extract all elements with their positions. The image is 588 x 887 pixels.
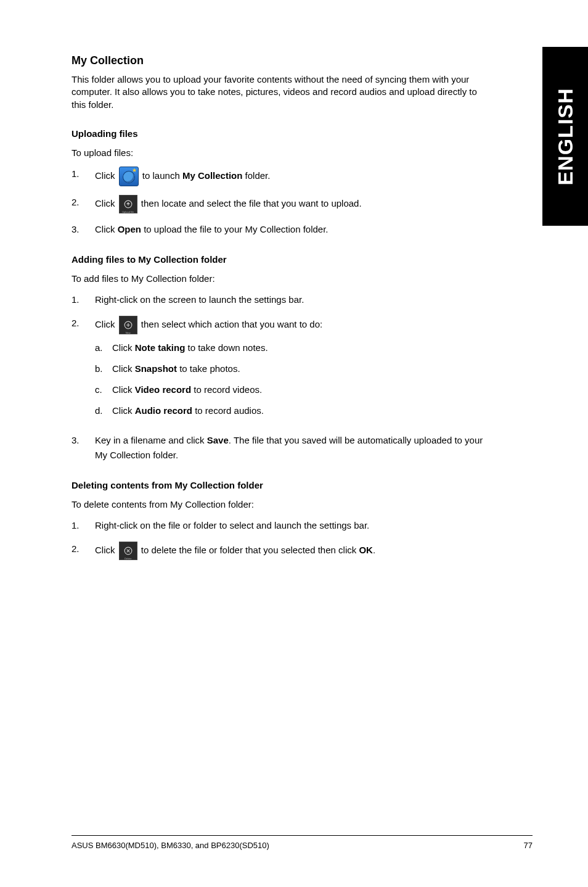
text: then select which action that you want t… — [141, 319, 322, 329]
sub-letter: c. — [95, 382, 112, 397]
page-number: 77 — [524, 841, 533, 850]
language-tab-text: ENGLISH — [553, 88, 578, 185]
text: to launch — [142, 170, 182, 181]
step-body: Click Upload file then locate and select… — [95, 195, 491, 213]
step-number: 3. — [71, 433, 95, 448]
text: to take photos. — [177, 363, 240, 374]
uploading-heading: Uploading files — [71, 128, 491, 139]
step-number: 1. — [71, 167, 95, 181]
step-body: Right-click on the file or folder to sel… — [95, 518, 491, 533]
adding-heading: Adding files to My Collection folder — [71, 254, 491, 265]
sub-step: a.Click Note taking to take down notes. — [95, 340, 491, 355]
sub-letter: a. — [95, 340, 112, 355]
uploading-steps: 1. Click to launch My Collection folder.… — [71, 167, 491, 237]
delete-icon: Delete — [119, 542, 137, 560]
sub-body: Click Note taking to take down notes. — [112, 340, 268, 355]
text: to delete the file or folder that you se… — [141, 545, 359, 555]
text: Key in a filename and click — [95, 435, 207, 445]
language-tab: ENGLISH — [542, 47, 588, 226]
adding-steps: 1. Right-click on the screen to launch t… — [71, 292, 491, 463]
bold-text: Open — [118, 224, 141, 234]
upload-file-icon: Upload file — [119, 195, 137, 213]
sub-body: Click Audio record to record audios. — [112, 403, 264, 418]
bold-text: Note taking — [135, 342, 186, 353]
step-number: 2. — [71, 195, 95, 210]
step-number: 2. — [71, 316, 95, 331]
text: Click — [112, 363, 135, 374]
step: 1. Right-click on the file or folder to … — [71, 518, 491, 533]
text: to upload the file to your My Collection… — [141, 224, 329, 234]
text: Click — [95, 319, 118, 329]
step-body: Click Open to upload the file to your My… — [95, 222, 491, 237]
step: 2. Click Upload file then locate and sel… — [71, 195, 491, 213]
text: Click — [112, 384, 135, 395]
sub-step: c.Click Video record to record videos. — [95, 382, 491, 397]
text: to record audios. — [192, 405, 264, 416]
text: to record videos. — [191, 384, 262, 395]
text: Click — [112, 342, 135, 353]
bold-text: Video record — [135, 384, 191, 395]
icon-label: New — [120, 332, 137, 334]
icon-label: Upload file — [120, 211, 137, 213]
adding-lead: To add files to My Collection folder: — [71, 273, 491, 284]
intro-paragraph: This folder allows you to upload your fa… — [71, 73, 491, 111]
bold-text: My Collection — [182, 170, 243, 181]
deleting-heading: Deleting contents from My Collection fol… — [71, 480, 491, 490]
sub-body: Click Video record to record videos. — [112, 382, 262, 397]
deleting-lead: To delete contents from My Collection fo… — [71, 499, 491, 510]
page-footer: ASUS BM6630(MD510), BM6330, and BP6230(S… — [71, 835, 533, 850]
text: then locate and select the file that you… — [141, 198, 362, 208]
bold-text: Audio record — [135, 405, 192, 416]
my-collection-icon — [119, 167, 139, 186]
step-body: Click New then select which action that … — [95, 316, 491, 424]
icon-label: Delete — [120, 558, 137, 560]
footer-left: ASUS BM6630(MD510), BM6330, and BP6230(S… — [71, 841, 269, 850]
step-body: Right-click on the screen to launch the … — [95, 292, 491, 307]
uploading-lead: To upload files: — [71, 147, 491, 158]
text: Click — [95, 170, 118, 181]
text: Click — [112, 405, 135, 416]
step-number: 3. — [71, 222, 95, 237]
text: to take down notes. — [185, 342, 267, 353]
sub-letter: d. — [95, 403, 112, 418]
sub-steps: a.Click Note taking to take down notes. … — [95, 340, 491, 418]
sub-letter: b. — [95, 361, 112, 376]
sub-step: d.Click Audio record to record audios. — [95, 403, 491, 418]
page-content: My Collection This folder allows you to … — [71, 54, 491, 577]
bold-text: Snapshot — [135, 363, 177, 374]
step-body: Click to launch My Collection folder. — [95, 167, 491, 186]
step-number: 1. — [71, 518, 95, 533]
bold-text: OK — [359, 545, 373, 555]
step-body: Click Delete to delete the file or folde… — [95, 542, 491, 560]
step: 2. Click Delete to delete the file or fo… — [71, 542, 491, 560]
text: Click — [95, 224, 118, 234]
deleting-steps: 1. Right-click on the file or folder to … — [71, 518, 491, 560]
text: Click — [95, 545, 118, 555]
step: 1. Click to launch My Collection folder. — [71, 167, 491, 186]
step: 3. Key in a filename and click Save. The… — [71, 433, 491, 463]
step-number: 2. — [71, 542, 95, 556]
step-number: 1. — [71, 292, 95, 307]
bold-text: Save — [207, 435, 229, 445]
section-title: My Collection — [71, 54, 491, 67]
new-icon: New — [119, 316, 137, 334]
text: . — [373, 545, 375, 555]
sub-body: Click Snapshot to take photos. — [112, 361, 240, 376]
step: 3. Click Open to upload the file to your… — [71, 222, 491, 237]
text: folder. — [242, 170, 270, 181]
sub-step: b.Click Snapshot to take photos. — [95, 361, 491, 376]
step: 2. Click New then select which action th… — [71, 316, 491, 424]
step: 1. Right-click on the screen to launch t… — [71, 292, 491, 307]
text: Click — [95, 198, 118, 208]
step-body: Key in a filename and click Save. The fi… — [95, 433, 491, 463]
